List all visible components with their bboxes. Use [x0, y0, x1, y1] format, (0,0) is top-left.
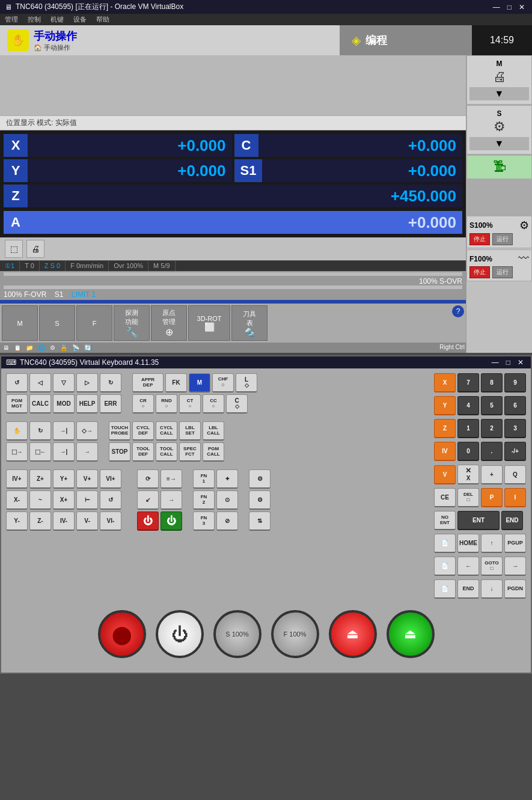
- kb-close-btn[interactable]: ✕: [515, 358, 526, 367]
- key-y-plus[interactable]: Y+: [53, 469, 75, 489]
- key-cc[interactable]: CC○: [203, 394, 224, 414]
- key-perp[interactable]: ⊢: [76, 490, 98, 510]
- key-iv-plus[interactable]: IV+: [6, 469, 28, 489]
- fn-origin-btn[interactable]: 原点管理 ⊕: [151, 305, 187, 341]
- key-cycl-def[interactable]: CYCLDEF: [132, 421, 154, 441]
- key-no-ent[interactable]: NOENT: [434, 511, 456, 530]
- kb-minimize-btn[interactable]: —: [489, 358, 501, 367]
- key-7[interactable]: 7: [457, 373, 479, 392]
- key-loop2[interactable]: ↻: [100, 373, 121, 392]
- key-lbl-call[interactable]: LBLCALL: [203, 421, 224, 441]
- key-green-power[interactable]: ⏻: [161, 511, 182, 531]
- key-del[interactable]: DEL□: [457, 488, 479, 507]
- key-pgdn[interactable]: PGDN: [504, 579, 526, 599]
- programming-mode-panel[interactable]: ◈ 编程: [340, 25, 472, 55]
- key-dot[interactable]: .: [481, 442, 503, 461]
- key-fn3-icon[interactable]: ⊘: [216, 511, 238, 531]
- key-arrow-right-2[interactable]: →|: [53, 442, 75, 462]
- key-fk[interactable]: FK: [165, 373, 187, 392]
- key-cycl-call[interactable]: CYCLCALL: [156, 421, 177, 441]
- key-down-nav[interactable]: ↓: [481, 579, 503, 599]
- fn-f-btn[interactable]: F: [76, 305, 112, 341]
- key-3[interactable]: 3: [504, 419, 526, 438]
- fn-3drot-btn[interactable]: 3D-ROT ⬜: [188, 305, 230, 341]
- icon-box-1[interactable]: ⬚: [5, 240, 23, 258]
- key-axis-iv[interactable]: IV: [434, 442, 456, 461]
- key-stop[interactable]: STOP: [109, 442, 130, 462]
- key-help[interactable]: HELP: [76, 394, 98, 414]
- rp-s-btn[interactable]: S ⚙ ▼: [466, 105, 532, 155]
- key-6[interactable]: 6: [504, 396, 526, 415]
- key-v-minus[interactable]: V-: [76, 511, 98, 531]
- key-err[interactable]: ERR: [100, 394, 121, 414]
- key-axis-v[interactable]: V: [434, 465, 456, 484]
- key-hand[interactable]: ✋: [6, 421, 28, 441]
- key-down-left[interactable]: ↙: [137, 490, 159, 510]
- key-y-minus[interactable]: Y-: [6, 511, 28, 531]
- key-box-left[interactable]: ⬚←: [29, 442, 51, 462]
- key-ct[interactable]: CT○: [179, 394, 201, 414]
- key-loop[interactable]: ↺: [6, 373, 28, 392]
- menu-manage[interactable]: 管理: [5, 15, 18, 24]
- icon-4[interactable]: 🌐: [36, 344, 47, 352]
- key-tool-def[interactable]: TOOLDEF: [132, 442, 154, 462]
- key-z-plus[interactable]: Z+: [29, 469, 51, 489]
- key-fn1-icon[interactable]: ✦: [216, 469, 238, 489]
- icon-5[interactable]: ⚙: [48, 344, 57, 352]
- key-goto[interactable]: GOTO□: [481, 557, 503, 576]
- key-q[interactable]: Q: [504, 465, 526, 484]
- key-fn1[interactable]: FN1: [193, 469, 215, 489]
- icon-7[interactable]: 📡: [70, 344, 81, 352]
- key-ent[interactable]: ENT: [457, 511, 500, 530]
- key-calc[interactable]: CALC: [29, 394, 51, 414]
- key-rotary[interactable]: ⟳: [137, 469, 159, 489]
- key-fn3[interactable]: FN3: [193, 511, 215, 531]
- key-v-plus[interactable]: V+: [76, 469, 98, 489]
- fn-tool-table-btn[interactable]: 刀具表 🔩: [231, 305, 268, 341]
- key-tool-call[interactable]: TOOLCALL: [156, 442, 177, 462]
- key-doc2[interactable]: 📄: [434, 557, 456, 576]
- f-run-btn[interactable]: 运行: [492, 266, 513, 278]
- key-fn1-icon2[interactable]: ⚙: [249, 469, 271, 489]
- key-fn3-icon2[interactable]: ⇅: [249, 511, 271, 531]
- key-fn2-icon[interactable]: ⊙: [216, 490, 238, 510]
- f-stop-btn[interactable]: 停止: [469, 266, 490, 278]
- icon-3[interactable]: 📁: [24, 344, 35, 352]
- menu-device[interactable]: 设备: [73, 15, 87, 24]
- kb-maximize-btn[interactable]: □: [504, 358, 513, 367]
- key-axis-z[interactable]: Z: [434, 419, 456, 438]
- help-btn[interactable]: ?: [452, 305, 464, 317]
- icon-1[interactable]: 🖥: [1, 344, 11, 352]
- key-home[interactable]: HOME: [457, 534, 479, 553]
- key-5[interactable]: 5: [481, 396, 503, 415]
- key-4[interactable]: 4: [457, 396, 479, 415]
- key-0[interactable]: 0: [457, 442, 479, 461]
- icon-box-2[interactable]: 🖨: [26, 240, 44, 258]
- icon-8[interactable]: 🔄: [82, 344, 93, 352]
- key-pgm-mgt[interactable]: PGMMGT: [6, 394, 28, 414]
- key-axis-y[interactable]: Y: [434, 396, 456, 415]
- icon-6[interactable]: 🔒: [58, 344, 69, 352]
- key-fn2-icon2[interactable]: ⚙: [249, 490, 271, 510]
- key-i[interactable]: I: [504, 488, 526, 507]
- key-mod[interactable]: MOD: [53, 394, 75, 414]
- maximize-btn[interactable]: □: [505, 3, 514, 11]
- key-ce[interactable]: CE: [434, 488, 456, 507]
- key-8[interactable]: 8: [481, 373, 503, 392]
- key-left[interactable]: ←: [457, 557, 479, 576]
- fn-probe-btn[interactable]: 探测功能 🔧: [114, 305, 150, 341]
- fn-s-btn[interactable]: S: [39, 305, 75, 341]
- key-p[interactable]: P: [481, 488, 503, 507]
- s-stop-btn[interactable]: 停止: [469, 233, 490, 245]
- key-iv-minus[interactable]: IV-: [53, 511, 75, 531]
- minimize-btn[interactable]: —: [491, 3, 503, 11]
- manual-mode-panel[interactable]: ✋ 手动操作 🏠 手动操作: [0, 25, 340, 55]
- menu-help[interactable]: 帮助: [96, 15, 109, 24]
- key-back[interactable]: ◁: [29, 373, 51, 392]
- key-red-power[interactable]: ⏻: [137, 511, 159, 531]
- key-spec-fct[interactable]: SPECFCT: [179, 442, 201, 462]
- f100-button[interactable]: F 100%: [271, 610, 319, 658]
- key-box-right[interactable]: ⬚→: [6, 442, 28, 462]
- key-lbl-set[interactable]: LBLSET: [179, 421, 201, 441]
- key-chf[interactable]: CHF○: [212, 373, 234, 392]
